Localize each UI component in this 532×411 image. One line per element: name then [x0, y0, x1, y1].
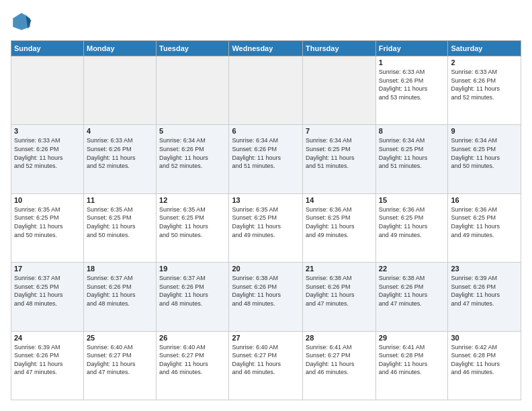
day-number: 4	[87, 127, 153, 135]
day-number: 3	[14, 127, 81, 135]
calendar-day-28: 28Sunrise: 6:41 AM Sunset: 6:27 PM Dayli…	[303, 331, 376, 400]
calendar-header-row: SundayMondayTuesdayWednesdayThursdayFrid…	[11, 41, 521, 56]
day-info: Sunrise: 6:37 AM Sunset: 6:26 PM Dayligh…	[159, 274, 226, 308]
calendar-day-10: 10Sunrise: 6:35 AM Sunset: 6:25 PM Dayli…	[11, 193, 84, 262]
calendar-day-13: 13Sunrise: 6:35 AM Sunset: 6:25 PM Dayli…	[229, 193, 303, 262]
day-number: 27	[232, 334, 300, 342]
day-info: Sunrise: 6:36 AM Sunset: 6:25 PM Dayligh…	[451, 205, 518, 239]
calendar-day-4: 4Sunrise: 6:33 AM Sunset: 6:26 PM Daylig…	[83, 125, 156, 193]
calendar-day-26: 26Sunrise: 6:40 AM Sunset: 6:27 PM Dayli…	[157, 331, 229, 400]
day-info: Sunrise: 6:34 AM Sunset: 6:26 PM Dayligh…	[232, 136, 300, 170]
calendar-day-14: 14Sunrise: 6:36 AM Sunset: 6:25 PM Dayli…	[303, 193, 376, 262]
calendar-header-monday: Monday	[83, 41, 156, 56]
day-number: 22	[379, 265, 445, 273]
day-info: Sunrise: 6:35 AM Sunset: 6:25 PM Dayligh…	[159, 205, 226, 239]
calendar-header-friday: Friday	[375, 41, 448, 56]
day-info: Sunrise: 6:33 AM Sunset: 6:26 PM Dayligh…	[14, 136, 81, 170]
day-info: Sunrise: 6:36 AM Sunset: 6:25 PM Dayligh…	[306, 205, 373, 239]
calendar-day-5: 5Sunrise: 6:34 AM Sunset: 6:26 PM Daylig…	[157, 125, 229, 193]
day-info: Sunrise: 6:34 AM Sunset: 6:25 PM Dayligh…	[379, 136, 445, 170]
page: SundayMondayTuesdayWednesdayThursdayFrid…	[0, 0, 532, 411]
calendar-day-24: 24Sunrise: 6:39 AM Sunset: 6:26 PM Dayli…	[11, 331, 84, 400]
day-info: Sunrise: 6:33 AM Sunset: 6:26 PM Dayligh…	[451, 68, 518, 101]
day-number: 11	[87, 196, 153, 204]
day-info: Sunrise: 6:40 AM Sunset: 6:27 PM Dayligh…	[87, 343, 153, 377]
day-info: Sunrise: 6:41 AM Sunset: 6:27 PM Dayligh…	[306, 343, 373, 377]
day-info: Sunrise: 6:34 AM Sunset: 6:25 PM Dayligh…	[306, 136, 373, 170]
calendar-day-9: 9Sunrise: 6:34 AM Sunset: 6:25 PM Daylig…	[448, 125, 521, 193]
day-number: 23	[451, 265, 518, 273]
day-number: 28	[306, 334, 373, 342]
day-number: 17	[14, 265, 81, 273]
calendar-day-11: 11Sunrise: 6:35 AM Sunset: 6:25 PM Dayli…	[83, 193, 156, 262]
day-number: 18	[87, 265, 153, 273]
day-number: 14	[306, 196, 373, 204]
day-number: 13	[232, 196, 300, 204]
day-info: Sunrise: 6:36 AM Sunset: 6:25 PM Dayligh…	[379, 205, 445, 239]
logo-icon	[11, 11, 32, 32]
calendar-header-thursday: Thursday	[303, 41, 376, 56]
day-info: Sunrise: 6:38 AM Sunset: 6:26 PM Dayligh…	[306, 274, 373, 308]
calendar-week-3: 10Sunrise: 6:35 AM Sunset: 6:25 PM Dayli…	[11, 193, 521, 262]
day-number: 29	[379, 334, 445, 342]
calendar-day-8: 8Sunrise: 6:34 AM Sunset: 6:25 PM Daylig…	[375, 125, 448, 193]
calendar-day-15: 15Sunrise: 6:36 AM Sunset: 6:25 PM Dayli…	[375, 193, 448, 262]
calendar-day-7: 7Sunrise: 6:34 AM Sunset: 6:25 PM Daylig…	[303, 125, 376, 193]
calendar-empty	[229, 56, 303, 125]
day-info: Sunrise: 6:34 AM Sunset: 6:25 PM Dayligh…	[451, 136, 518, 170]
calendar-day-29: 29Sunrise: 6:41 AM Sunset: 6:28 PM Dayli…	[375, 331, 448, 400]
day-info: Sunrise: 6:37 AM Sunset: 6:25 PM Dayligh…	[14, 274, 81, 308]
day-number: 9	[451, 127, 518, 135]
calendar-header-tuesday: Tuesday	[157, 41, 229, 56]
calendar-day-19: 19Sunrise: 6:37 AM Sunset: 6:26 PM Dayli…	[157, 263, 229, 331]
day-number: 16	[451, 196, 518, 204]
day-info: Sunrise: 6:37 AM Sunset: 6:26 PM Dayligh…	[87, 274, 153, 308]
calendar-day-21: 21Sunrise: 6:38 AM Sunset: 6:26 PM Dayli…	[303, 263, 376, 331]
day-number: 20	[232, 265, 300, 273]
calendar-day-17: 17Sunrise: 6:37 AM Sunset: 6:25 PM Dayli…	[11, 263, 84, 331]
day-number: 5	[159, 127, 226, 135]
calendar-table: SundayMondayTuesdayWednesdayThursdayFrid…	[11, 40, 521, 400]
day-info: Sunrise: 6:40 AM Sunset: 6:27 PM Dayligh…	[159, 343, 226, 377]
day-number: 19	[159, 265, 226, 273]
calendar-day-25: 25Sunrise: 6:40 AM Sunset: 6:27 PM Dayli…	[83, 331, 156, 400]
day-info: Sunrise: 6:40 AM Sunset: 6:27 PM Dayligh…	[232, 343, 300, 377]
calendar-empty	[303, 56, 376, 125]
calendar-day-2: 2Sunrise: 6:33 AM Sunset: 6:26 PM Daylig…	[448, 56, 521, 125]
calendar-week-2: 3Sunrise: 6:33 AM Sunset: 6:26 PM Daylig…	[11, 125, 521, 193]
calendar-day-20: 20Sunrise: 6:38 AM Sunset: 6:26 PM Dayli…	[229, 263, 303, 331]
day-info: Sunrise: 6:41 AM Sunset: 6:28 PM Dayligh…	[379, 343, 445, 377]
calendar-day-23: 23Sunrise: 6:39 AM Sunset: 6:26 PM Dayli…	[448, 263, 521, 331]
day-number: 30	[451, 334, 518, 342]
calendar-day-30: 30Sunrise: 6:42 AM Sunset: 6:28 PM Dayli…	[448, 331, 521, 400]
calendar-header-wednesday: Wednesday	[229, 41, 303, 56]
calendar-week-1: 1Sunrise: 6:33 AM Sunset: 6:26 PM Daylig…	[11, 56, 521, 125]
day-number: 24	[14, 334, 81, 342]
calendar-day-18: 18Sunrise: 6:37 AM Sunset: 6:26 PM Dayli…	[83, 263, 156, 331]
calendar-week-4: 17Sunrise: 6:37 AM Sunset: 6:25 PM Dayli…	[11, 263, 521, 331]
day-info: Sunrise: 6:34 AM Sunset: 6:26 PM Dayligh…	[159, 136, 226, 170]
day-number: 7	[306, 127, 373, 135]
header	[11, 11, 521, 32]
day-info: Sunrise: 6:35 AM Sunset: 6:25 PM Dayligh…	[232, 205, 300, 239]
calendar-day-12: 12Sunrise: 6:35 AM Sunset: 6:25 PM Dayli…	[157, 193, 229, 262]
calendar-day-22: 22Sunrise: 6:38 AM Sunset: 6:26 PM Dayli…	[375, 263, 448, 331]
day-number: 26	[159, 334, 226, 342]
day-info: Sunrise: 6:39 AM Sunset: 6:26 PM Dayligh…	[14, 343, 81, 377]
calendar-day-27: 27Sunrise: 6:40 AM Sunset: 6:27 PM Dayli…	[229, 331, 303, 400]
calendar-empty	[11, 56, 84, 125]
day-info: Sunrise: 6:33 AM Sunset: 6:26 PM Dayligh…	[379, 68, 445, 101]
calendar-empty	[157, 56, 229, 125]
day-number: 2	[451, 58, 518, 66]
day-info: Sunrise: 6:38 AM Sunset: 6:26 PM Dayligh…	[379, 274, 445, 308]
day-info: Sunrise: 6:35 AM Sunset: 6:25 PM Dayligh…	[87, 205, 153, 239]
calendar-day-6: 6Sunrise: 6:34 AM Sunset: 6:26 PM Daylig…	[229, 125, 303, 193]
logo	[11, 11, 35, 32]
calendar-header-saturday: Saturday	[448, 41, 521, 56]
day-info: Sunrise: 6:38 AM Sunset: 6:26 PM Dayligh…	[232, 274, 300, 308]
day-number: 12	[159, 196, 226, 204]
day-number: 1	[379, 58, 445, 66]
calendar-header-sunday: Sunday	[11, 41, 84, 56]
day-number: 8	[379, 127, 445, 135]
day-number: 6	[232, 127, 300, 135]
